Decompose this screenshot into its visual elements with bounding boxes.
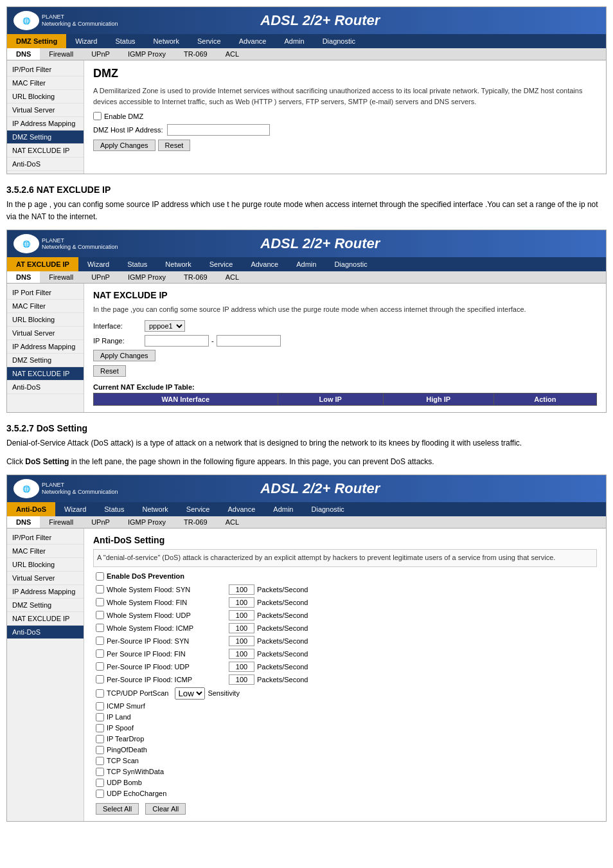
subnav-tr069-2[interactable]: TR-069: [175, 271, 217, 283]
nav-wizard-1[interactable]: Wizard: [66, 34, 106, 48]
sidebar-ip-address-mapping-1[interactable]: IP Address Mapping: [7, 117, 84, 131]
dmz-reset-btn[interactable]: Reset: [158, 140, 191, 151]
sidebar-nat-exclude-2[interactable]: NAT EXCLUDE IP: [7, 367, 84, 381]
nav-wizard-2[interactable]: Wizard: [78, 257, 118, 271]
sidebar-ip-addr-3[interactable]: IP Address Mapping: [7, 585, 84, 599]
sidebar-ip-addr-2[interactable]: IP Address Mapping: [7, 340, 84, 354]
extra-checkbox-5[interactable]: [96, 757, 104, 765]
sidebar-nat-exclude-1[interactable]: NAT EXCLUDE IP: [7, 144, 84, 158]
dos-select-all-btn[interactable]: Select All: [96, 803, 139, 815]
extra-checkbox-8[interactable]: [96, 790, 104, 798]
flood-checkbox-1[interactable]: [96, 598, 104, 606]
flood-checkbox-7[interactable]: [96, 675, 104, 683]
nat-low-ip-input[interactable]: [145, 335, 209, 347]
extra-checkbox-0[interactable]: [96, 702, 104, 710]
nav-admin-3[interactable]: Admin: [264, 502, 302, 516]
dmz-host-input[interactable]: [167, 124, 270, 136]
nav-advance-3[interactable]: Advance: [219, 502, 265, 516]
nav-diagnostic-2[interactable]: Diagnostic: [325, 257, 376, 271]
flood-value-5[interactable]: [229, 649, 254, 659]
nav-wizard-3[interactable]: Wizard: [55, 502, 95, 516]
nav-status-2[interactable]: Status: [118, 257, 156, 271]
nav-advance-1[interactable]: Advance: [230, 34, 276, 48]
subnav-igmp-1[interactable]: IGMP Proxy: [119, 48, 175, 60]
flood-checkbox-5[interactable]: [96, 649, 104, 658]
extra-checkbox-3[interactable]: [96, 735, 104, 743]
flood-checkbox-2[interactable]: [96, 611, 104, 619]
nav-advance-2[interactable]: Advance: [242, 257, 287, 271]
subnav-dns-3[interactable]: DNS: [7, 516, 40, 528]
sidebar-url-blocking-1[interactable]: URL Blocking: [7, 90, 84, 104]
subnav-firewall-1[interactable]: Firewall: [40, 48, 82, 60]
flood-value-0[interactable]: [229, 584, 254, 595]
flood-checkbox-0[interactable]: [96, 585, 104, 593]
flood-checkbox-6[interactable]: [96, 662, 104, 671]
nav-service-1[interactable]: Service: [188, 34, 230, 48]
extra-checkbox-1[interactable]: [96, 713, 104, 721]
sidebar-ip-port-filter-1[interactable]: IP/Port Filter: [7, 63, 84, 77]
subnav-acl-1[interactable]: ACL: [217, 48, 248, 60]
nat-apply-btn[interactable]: Apply Changes: [93, 350, 155, 361]
enable-dmz-checkbox[interactable]: [93, 112, 102, 120]
sidebar-nat-exclude-3[interactable]: NAT EXCLUDE IP: [7, 612, 84, 626]
subnav-acl-2[interactable]: ACL: [217, 271, 248, 283]
nav-diagnostic-1[interactable]: Diagnostic: [314, 34, 364, 48]
sidebar-mac-filter-1[interactable]: MAC Filter: [7, 77, 84, 90]
extra-checkbox-2[interactable]: [96, 724, 104, 732]
nav-status-3[interactable]: Status: [95, 502, 133, 516]
nav-network-1[interactable]: Network: [145, 34, 188, 48]
subnav-firewall-2[interactable]: Firewall: [40, 271, 82, 283]
subnav-upnp-2[interactable]: UPnP: [82, 271, 119, 283]
nav-at-exclude-ip[interactable]: AT EXCLUDE IP: [7, 257, 78, 271]
subnav-upnp-1[interactable]: UPnP: [82, 48, 119, 60]
flood-checkbox-3[interactable]: [96, 624, 104, 632]
subnav-firewall-3[interactable]: Firewall: [40, 516, 82, 528]
sidebar-mac-3[interactable]: MAC Filter: [7, 545, 84, 558]
sidebar-ip-port-2[interactable]: IP Port Filter: [7, 286, 84, 300]
nat-high-ip-input[interactable]: [217, 335, 281, 347]
nat-interface-select[interactable]: pppoe1: [145, 320, 185, 332]
tcp-udp-checkbox[interactable]: [96, 689, 104, 698]
dos-clear-all-btn[interactable]: Clear All: [145, 803, 186, 815]
sidebar-dmz-setting-1[interactable]: DMZ Setting: [7, 131, 84, 144]
nat-reset-btn[interactable]: Reset: [93, 365, 126, 377]
sidebar-virtual-3[interactable]: Virtual Server: [7, 572, 84, 585]
subnav-igmp-3[interactable]: IGMP Proxy: [119, 516, 175, 528]
subnav-acl-3[interactable]: ACL: [217, 516, 248, 528]
tcp-udp-sensitivity-select[interactable]: Low: [175, 687, 205, 700]
nav-service-2[interactable]: Service: [200, 257, 242, 271]
subnav-upnp-3[interactable]: UPnP: [82, 516, 119, 528]
flood-value-3[interactable]: [229, 623, 254, 633]
nav-network-2[interactable]: Network: [156, 257, 200, 271]
sidebar-mac-2[interactable]: MAC Filter: [7, 300, 84, 313]
subnav-tr069-1[interactable]: TR-069: [175, 48, 217, 60]
nav-network-3[interactable]: Network: [133, 502, 177, 516]
sidebar-url-2[interactable]: URL Blocking: [7, 313, 84, 327]
extra-checkbox-6[interactable]: [96, 768, 104, 776]
nav-dmz-setting[interactable]: DMZ Setting: [7, 34, 66, 48]
nav-admin-2[interactable]: Admin: [287, 257, 325, 271]
nav-anti-dos[interactable]: Anti-DoS: [7, 502, 55, 516]
subnav-igmp-2[interactable]: IGMP Proxy: [119, 271, 175, 283]
nav-service-3[interactable]: Service: [177, 502, 219, 516]
enable-dos-checkbox[interactable]: [96, 572, 104, 581]
subnav-tr069-3[interactable]: TR-069: [175, 516, 217, 528]
sidebar-virtual-server-1[interactable]: Virtual Server: [7, 104, 84, 117]
sidebar-ip-port-3[interactable]: IP/Port Filter: [7, 531, 84, 545]
nav-diagnostic-3[interactable]: Diagnostic: [303, 502, 353, 516]
nav-admin-1[interactable]: Admin: [275, 34, 313, 48]
flood-value-4[interactable]: [229, 636, 254, 646]
sidebar-anti-dos-2[interactable]: Anti-DoS: [7, 381, 84, 394]
subnav-dns-2[interactable]: DNS: [7, 271, 40, 283]
flood-value-2[interactable]: [229, 610, 254, 620]
extra-checkbox-7[interactable]: [96, 779, 104, 787]
flood-checkbox-4[interactable]: [96, 637, 104, 645]
subnav-dns-1[interactable]: DNS: [7, 48, 40, 60]
flood-value-1[interactable]: [229, 597, 254, 608]
extra-checkbox-4[interactable]: [96, 746, 104, 754]
sidebar-dmz-2[interactable]: DMZ Setting: [7, 354, 84, 367]
flood-value-7[interactable]: [229, 674, 254, 685]
sidebar-virtual-2[interactable]: Virtual Server: [7, 327, 84, 340]
dmz-apply-btn[interactable]: Apply Changes: [93, 140, 155, 151]
sidebar-url-3[interactable]: URL Blocking: [7, 558, 84, 572]
